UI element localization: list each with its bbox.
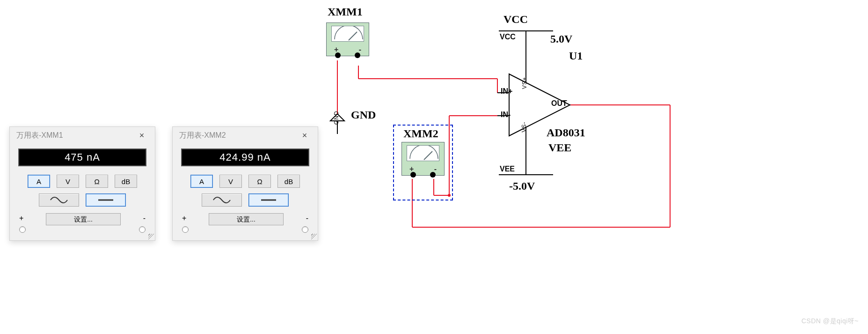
label-xmm2: XMM2 — [403, 127, 438, 140]
net-vcc: VCC — [500, 33, 516, 41]
terminal-minus-radio[interactable] — [139, 226, 146, 233]
label-vcc: VCC — [503, 13, 528, 26]
mode-volt-button[interactable]: V — [57, 175, 79, 188]
label-part: AD8031 — [547, 126, 585, 139]
label-vee-val: -5.0V — [509, 180, 535, 193]
signal-ac-button[interactable] — [202, 193, 242, 207]
mode-db-button[interactable]: dB — [277, 175, 300, 188]
window-title: 万用表-XMM1 — [16, 131, 63, 141]
dc-line-icon — [96, 196, 115, 204]
terminal-plus-label: + — [19, 214, 23, 223]
window-title: 万用表-XMM2 — [179, 131, 226, 141]
mode-volt-button[interactable]: V — [219, 175, 242, 188]
settings-button[interactable]: 设置... — [209, 213, 284, 225]
instrument-xmm2[interactable]: + - — [401, 142, 445, 176]
watermark: CSDN @是qiqi呀~ — [802, 317, 859, 326]
signal-dc-button[interactable] — [86, 193, 126, 207]
sine-icon — [212, 196, 231, 204]
label-vee: VEE — [548, 141, 571, 154]
close-button[interactable]: × — [298, 131, 311, 141]
close-button[interactable]: × — [135, 131, 148, 141]
terminal-minus-label: - — [306, 214, 308, 223]
pin-in-minus: IN- — [501, 111, 511, 119]
label-vcc-val: 5.0V — [550, 33, 572, 45]
signal-dc-button[interactable] — [248, 193, 289, 207]
multimeter-window-xmm2[interactable]: 万用表-XMM2 × 424.99 nA A V Ω dB + 设置... - — [172, 126, 318, 241]
signal-ac-button[interactable] — [39, 193, 79, 207]
instrument-xmm1[interactable]: + - — [326, 22, 369, 56]
svg-line-25 — [349, 32, 357, 40]
mode-amp-button[interactable]: A — [190, 175, 213, 188]
pin-vsp: VS+ — [521, 77, 528, 89]
mode-amp-button[interactable]: A — [28, 175, 50, 188]
pin-vsm: VS- — [521, 121, 527, 132]
meter-display: 424.99 nA — [181, 148, 309, 166]
label-u1: U1 — [569, 50, 583, 62]
svg-point-24 — [448, 194, 451, 197]
terminal-minus-radio[interactable] — [302, 226, 308, 233]
terminal-minus-label: - — [143, 214, 146, 223]
multimeter-window-xmm1[interactable]: 万用表-XMM1 × 475 nA A V Ω dB + 设置... - — [9, 126, 155, 241]
pin-out: OUT — [551, 99, 567, 108]
mode-ohm-button[interactable]: Ω — [248, 175, 271, 188]
net-gnd: GND — [333, 111, 340, 125]
net-vee: VEE — [500, 165, 515, 173]
label-xmm1: XMM1 — [328, 6, 363, 18]
label-gnd: GND — [351, 109, 376, 121]
svg-line-26 — [424, 151, 432, 160]
terminal-plus-radio[interactable] — [182, 226, 189, 233]
terminal-plus-radio[interactable] — [19, 226, 26, 233]
terminal-plus-label: + — [182, 214, 186, 223]
mode-ohm-button[interactable]: Ω — [86, 175, 108, 188]
meter-display: 475 nA — [18, 148, 146, 166]
mode-db-button[interactable]: dB — [115, 175, 137, 188]
dc-line-icon — [259, 196, 278, 204]
pin-in-plus: IN+ — [501, 87, 512, 96]
sine-icon — [50, 196, 68, 204]
settings-button[interactable]: 设置... — [46, 213, 121, 225]
